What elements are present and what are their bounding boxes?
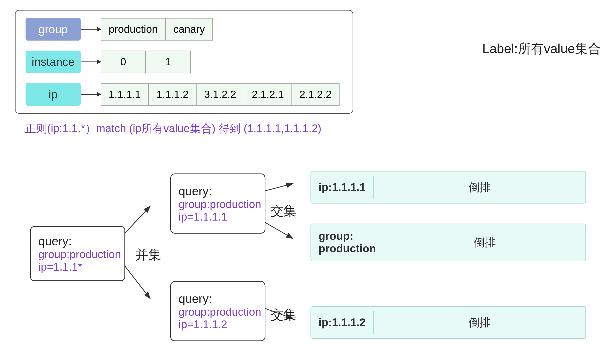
- main-query-line1: group:production: [38, 248, 117, 261]
- bottom-query-line2: ip=1.1.1.2: [179, 318, 257, 331]
- instance-arrow: [81, 61, 101, 62]
- ip-value-0: 1.1.1.1: [101, 83, 149, 106]
- top-query-title: query:: [179, 184, 257, 198]
- group-value-1: canary: [166, 18, 213, 41]
- instance-row: instance 0 1: [26, 51, 343, 73]
- ip-value-2: 3.1.2.2: [197, 83, 244, 106]
- result-group-production: group: production 倒排: [311, 224, 586, 261]
- group-key: group: [26, 18, 81, 41]
- main-query-line2: ip=1.1.1*: [38, 261, 117, 273]
- group-row: group production canary: [26, 18, 343, 41]
- bottom-query-title: query:: [179, 292, 257, 306]
- ip-value-4: 2.1.2.2: [292, 83, 340, 106]
- result-group-label: group: production: [311, 225, 384, 260]
- bottom-query-line1: group:production: [179, 306, 257, 318]
- ip-values: 1.1.1.1 1.1.1.2 3.1.2.2 2.1.2.1 2.1.2.2: [101, 83, 340, 106]
- ip-arrow: [81, 94, 101, 95]
- ip-value-3: 2.1.2.1: [244, 83, 292, 106]
- group-value-0: production: [101, 18, 166, 41]
- instance-value-1: 1: [146, 51, 191, 73]
- result-ip-1111-label: ip:1.1.1.1: [311, 176, 374, 199]
- top-query-line1: group:production: [179, 198, 257, 211]
- group-values: production canary: [101, 18, 213, 41]
- main-query-box: query: group:production ip=1.1.1*: [30, 226, 125, 281]
- ip-key: ip: [26, 83, 81, 106]
- instance-key: instance: [26, 51, 81, 73]
- right-label: Label:所有value集合: [482, 40, 601, 58]
- bottom-intersect-label: 交集: [270, 306, 296, 324]
- bottom-diagram: query: group:production ip=1.1.1* 并集 que…: [15, 148, 601, 359]
- result-ip-1111: ip:1.1.1.1 倒排: [311, 171, 586, 204]
- result-group-value: 倒排: [384, 230, 585, 255]
- result-ip-1112-label: ip:1.1.1.2: [311, 311, 374, 334]
- result-ip-1111-value: 倒排: [374, 175, 585, 200]
- union-label: 并集: [135, 246, 161, 264]
- instance-values: 0 1: [101, 51, 191, 73]
- instance-value-0: 0: [101, 51, 146, 73]
- result-ip-1112-value: 倒排: [374, 310, 585, 335]
- regex-explanation: 正则(ip:1.1.*）match (ip所有value集合) 得到 (1.1.…: [25, 121, 601, 136]
- ip-row: ip 1.1.1.1 1.1.1.2 3.1.2.2 2.1.2.1 2.1.2…: [26, 83, 343, 106]
- result-ip-1112: ip:1.1.1.2 倒排: [311, 306, 586, 339]
- ip-value-1: 1.1.1.2: [149, 83, 196, 106]
- group-arrow: [81, 29, 101, 30]
- main-query-title: query:: [38, 234, 117, 248]
- top-intersect-label: 交集: [270, 202, 296, 220]
- top-query-box: query: group:production ip=1.1.1.1: [170, 173, 265, 234]
- bottom-query-box: query: group:production ip=1.1.1.2: [170, 281, 265, 341]
- top-query-line2: ip=1.1.1.1: [179, 211, 257, 223]
- label-diagram-box: group production canary instance 0 1 ip: [15, 10, 353, 114]
